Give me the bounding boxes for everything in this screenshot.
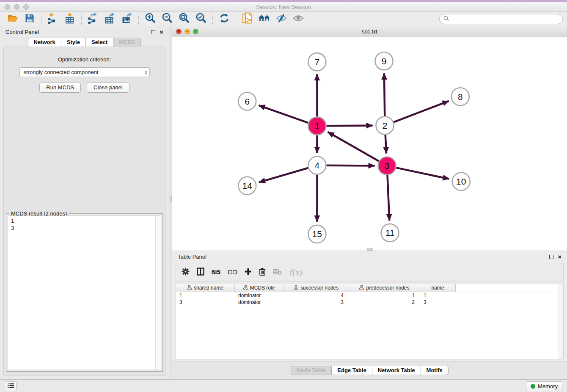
close-table-panel-icon[interactable]: × (558, 255, 561, 259)
show-columns-icon[interactable] (197, 268, 204, 277)
graph-node-10[interactable]: 10 (452, 173, 470, 190)
table-cell[interactable]: 2 (349, 299, 420, 306)
memory-button[interactable]: Memory (526, 381, 562, 391)
table-cell[interactable]: 3 (176, 299, 235, 306)
graph-node-3[interactable]: 3 (378, 157, 396, 175)
close-panel-button[interactable]: Close panel (87, 83, 129, 93)
open-session-button[interactable] (4, 13, 21, 25)
splitter-grip-icon[interactable] (170, 196, 172, 202)
network-close-button[interactable]: ✕ (176, 29, 182, 34)
graph-edge-2-3[interactable] (385, 135, 386, 153)
table-toolbar: f(x) (176, 263, 564, 282)
table-cell[interactable]: 3 (420, 299, 456, 306)
table-scrollbar[interactable] (558, 284, 563, 359)
column-header-successor-nodes[interactable]: successor nodes (284, 284, 349, 292)
show-all-button[interactable] (290, 13, 307, 25)
graph-edge-4-3[interactable] (326, 166, 374, 166)
search-field[interactable] (439, 14, 563, 24)
trash-icon[interactable] (259, 268, 266, 277)
zoom-in-button[interactable] (142, 13, 159, 25)
float-panel-icon[interactable] (151, 30, 155, 34)
zoom-fit-button[interactable] (176, 13, 193, 25)
app-window-controls[interactable] (5, 4, 29, 10)
run-mcds-button[interactable]: Run MCDS (39, 83, 81, 93)
graph-edge-1-2[interactable] (326, 126, 372, 126)
table-cell[interactable]: 1 (420, 292, 456, 299)
export-image-button[interactable] (118, 13, 135, 25)
graph-edge-4-14[interactable] (259, 168, 308, 182)
graph-node-9[interactable]: 9 (375, 52, 393, 70)
node-table-header[interactable]: shared nameMCDS rolesuccessor nodesprede… (176, 284, 563, 292)
graph-node-4[interactable]: 4 (308, 157, 326, 174)
mcds-result-text[interactable]: 13 (8, 215, 161, 370)
app-close-button[interactable] (5, 4, 10, 10)
export-table-button[interactable] (102, 13, 118, 25)
save-session-button[interactable] (21, 13, 38, 25)
graph-node-7[interactable]: 7 (308, 53, 326, 71)
tab-edge-table[interactable]: Edge Table (331, 366, 372, 375)
panel-splitter[interactable] (169, 26, 172, 379)
table-row[interactable]: 3dominator323 (176, 299, 563, 306)
canvas-splitter-grip[interactable] (367, 248, 372, 251)
import-table-button[interactable] (61, 13, 78, 25)
tab-network-table[interactable]: Network Table (372, 366, 421, 375)
table-cell[interactable]: dominator (235, 299, 284, 306)
column-header-MCDS-role[interactable]: MCDS role (235, 284, 284, 292)
column-header-name[interactable]: name (420, 284, 456, 292)
network-zoom-button[interactable]: + (193, 29, 198, 34)
search-input[interactable] (451, 16, 559, 22)
column-header-shared-name[interactable]: shared name (176, 284, 235, 292)
first-neighbors-button[interactable] (256, 13, 273, 25)
table-cell[interactable]: dominator (235, 292, 284, 299)
export-network-button[interactable] (85, 13, 102, 25)
import-network-button[interactable] (44, 13, 61, 25)
tab-select[interactable]: Select (85, 38, 113, 47)
function-builder-icon[interactable]: f(x) (289, 268, 302, 277)
select-all-checks-icon[interactable] (212, 269, 221, 276)
node-table[interactable]: shared nameMCDS rolesuccessor nodesprede… (176, 284, 564, 359)
new-network-from-selection-button[interactable] (239, 13, 256, 25)
tab-motifs[interactable]: Motifs (421, 366, 449, 375)
deselect-all-checks-icon[interactable] (228, 269, 237, 276)
table-cell[interactable]: 3 (284, 299, 349, 306)
tab-mcds[interactable]: MCDS (113, 38, 141, 47)
apply-layout-button[interactable] (216, 13, 233, 25)
gear-icon[interactable] (182, 268, 190, 277)
tab-network[interactable]: Network (28, 38, 61, 47)
table-cell[interactable]: 1 (349, 292, 420, 299)
graph-edge-2-9[interactable] (384, 73, 385, 116)
float-table-panel-icon[interactable] (549, 255, 553, 259)
tab-style[interactable]: Style (61, 38, 86, 47)
network-window-titlebar[interactable]: ✕ − + scc.txt (172, 26, 567, 37)
zoom-out-button[interactable] (159, 13, 176, 25)
network-canvas[interactable]: 7968124314101511 (172, 37, 567, 251)
add-row-icon[interactable] (245, 268, 252, 277)
delete-table-icon[interactable] (273, 269, 282, 276)
close-panel-icon[interactable]: × (160, 30, 163, 34)
app-minimize-button[interactable] (14, 4, 19, 10)
graph-node-6[interactable]: 6 (238, 92, 256, 110)
graph-edge-3-10[interactable] (396, 168, 449, 179)
graph-edge-3-1[interactable] (328, 132, 379, 161)
task-history-button[interactable] (5, 381, 17, 391)
table-cell[interactable]: 1 (176, 292, 235, 299)
result-scrollbar[interactable] (155, 216, 161, 370)
tab-node-table[interactable]: Node Table (291, 366, 332, 375)
graph-edge-2-8[interactable] (394, 101, 449, 122)
zoom-selected-button[interactable] (193, 13, 209, 25)
graph-node-1[interactable]: 1 (308, 117, 326, 135)
network-minimize-button[interactable]: − (184, 29, 190, 34)
criterion-select[interactable]: strongly connected component ▲▼ (19, 67, 150, 77)
graph-node-2[interactable]: 2 (376, 116, 394, 134)
table-row[interactable]: 1dominator411 (176, 292, 563, 299)
graph-node-15[interactable]: 15 (308, 225, 326, 243)
graph-edge-3-11[interactable] (388, 175, 390, 221)
hide-selected-button[interactable] (273, 13, 290, 25)
table-cell[interactable]: 4 (284, 292, 349, 299)
column-header-predecessor-nodes[interactable]: predecessor nodes (349, 284, 420, 292)
graph-edge-1-6[interactable] (259, 105, 308, 123)
graph-node-8[interactable]: 8 (451, 88, 469, 105)
app-zoom-button[interactable] (23, 4, 29, 10)
graph-node-11[interactable]: 11 (381, 224, 399, 242)
graph-node-14[interactable]: 14 (238, 177, 256, 195)
